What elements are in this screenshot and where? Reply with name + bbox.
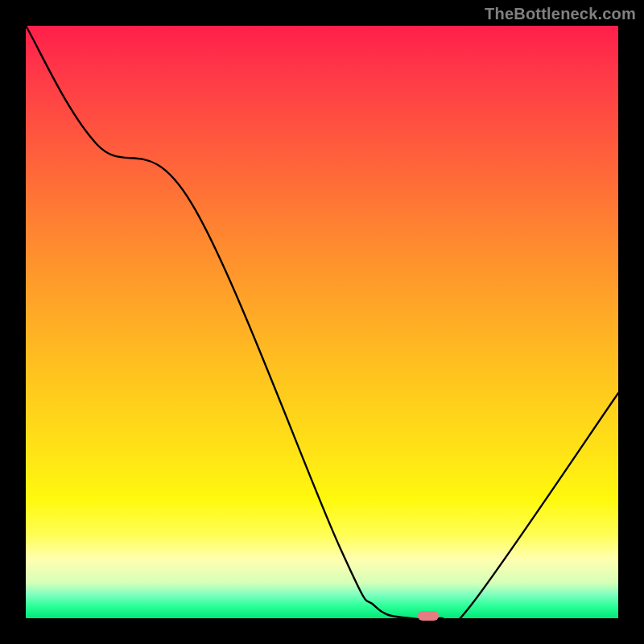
watermark-text: TheBottleneck.com <box>485 5 636 23</box>
bottleneck-curve <box>26 26 618 618</box>
chart-frame: TheBottleneck.com <box>0 0 644 644</box>
optimal-marker <box>418 611 439 621</box>
plot-area <box>26 26 618 618</box>
